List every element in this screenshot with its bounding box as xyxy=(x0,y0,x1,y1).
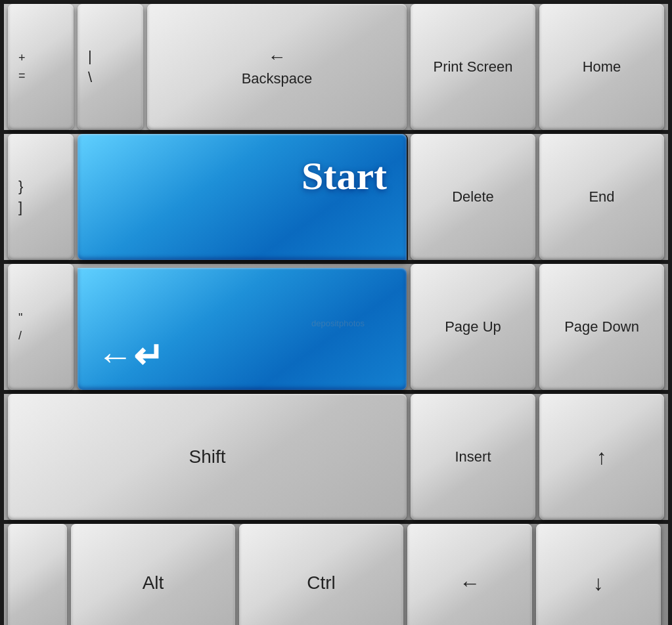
printscreen-label: Print Screen xyxy=(433,58,512,77)
key-left-small[interactable] xyxy=(8,524,67,625)
key-pipe[interactable]: | \ xyxy=(78,4,143,130)
key-arrow-down[interactable]: ↓ xyxy=(536,524,661,625)
backspace-arrow-icon: ← xyxy=(268,47,286,68)
key-insert[interactable]: Insert xyxy=(411,394,535,520)
key-start[interactable]: Start xyxy=(78,134,407,260)
enter-arrow-icon: ←↵ xyxy=(97,335,164,377)
key-plus-equals[interactable]: + = xyxy=(8,4,74,130)
left-arrow-icon: ← xyxy=(459,571,480,595)
backspace-label: Backspace xyxy=(242,70,313,87)
end-label: End xyxy=(589,188,614,205)
arrow-down-icon: ↓ xyxy=(593,571,604,595)
key-backspace[interactable]: ← Backspace xyxy=(147,4,407,130)
key-start-enter-container: Start xyxy=(78,134,407,260)
shift-label: Shift xyxy=(189,446,225,467)
key-left-arrow[interactable]: ← xyxy=(407,524,532,625)
key-quote[interactable]: " / xyxy=(8,264,74,390)
start-label: Start xyxy=(302,154,387,199)
key-pipe-top-label: | xyxy=(88,48,92,65)
key-brace-top-label: } xyxy=(18,178,23,195)
key-enter[interactable]: ←↵ xyxy=(78,268,407,390)
pageup-label: Page Up xyxy=(445,317,501,337)
pagedown-label: Page Down xyxy=(564,317,639,337)
key-pipe-bottom-label: \ xyxy=(88,69,92,86)
delete-label: Delete xyxy=(452,188,494,205)
key-brace-bottom-label: ] xyxy=(18,199,22,216)
key-arrow-up[interactable]: ↑ xyxy=(539,394,664,520)
key-ctrl[interactable]: Ctrl xyxy=(239,524,403,625)
key-end[interactable]: End xyxy=(539,134,664,260)
key-equals-label: = xyxy=(18,69,26,83)
key-home[interactable]: Home xyxy=(539,4,664,130)
key-delete[interactable]: Delete xyxy=(411,134,535,260)
key-pagedown[interactable]: Page Down xyxy=(539,264,664,390)
alt-label: Alt xyxy=(143,572,164,593)
arrow-up-icon: ↑ xyxy=(596,445,607,469)
key-plus-label: + xyxy=(18,51,26,65)
key-alt[interactable]: Alt xyxy=(71,524,235,625)
key-shift[interactable]: Shift xyxy=(8,394,407,520)
key-quote-bottom-label: / xyxy=(18,329,22,343)
home-label: Home xyxy=(583,58,621,75)
insert-label: Insert xyxy=(455,448,491,465)
key-brace[interactable]: } ] xyxy=(8,134,74,260)
key-quote-top-label: " xyxy=(18,311,22,325)
key-enter-container: ←↵ xyxy=(78,264,407,390)
ctrl-label: Ctrl xyxy=(307,572,336,593)
key-pageup[interactable]: Page Up xyxy=(411,264,535,390)
keyboard: + = | \ ← Backspace Print Screen Home xyxy=(0,0,672,625)
key-printscreen[interactable]: Print Screen xyxy=(411,4,535,130)
